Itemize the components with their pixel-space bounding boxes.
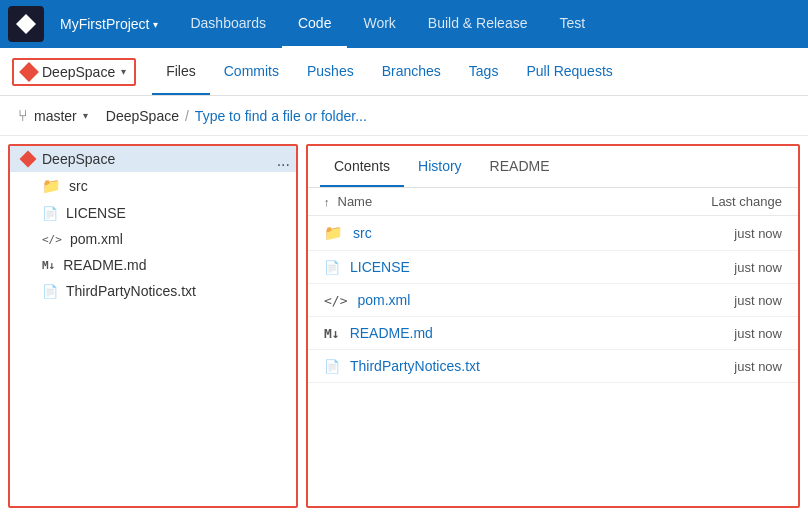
folder-icon: 📁 (42, 177, 61, 195)
second-nav-commits[interactable]: Commits (210, 48, 293, 95)
breadcrumb-separator: / (185, 108, 189, 124)
branch-bar: ⑂ master ▾ DeepSpace / Type to find a fi… (0, 96, 808, 136)
md-icon: M↓ (324, 326, 340, 341)
col-change-label: Last change (662, 194, 782, 209)
breadcrumb-repo[interactable]: DeepSpace (106, 108, 179, 124)
top-nav-items: Dashboards Code Work Build & Release Tes… (174, 0, 601, 48)
repo-selector[interactable]: DeepSpace ▾ (12, 58, 136, 86)
nav-item-test[interactable]: Test (543, 0, 601, 48)
content-tabs: Contents History README (308, 146, 798, 188)
file-row-change: just now (662, 226, 782, 241)
app-logo (8, 6, 44, 42)
tree-item-label: pom.xml (70, 231, 123, 247)
tab-history[interactable]: History (404, 146, 476, 187)
file-row-name: README.md (350, 325, 652, 341)
file-row[interactable]: 📁 src just now (308, 216, 798, 251)
repo-name: DeepSpace (42, 64, 115, 80)
left-file-tree-panel: DeepSpace 📁 src 📄 LICENSE </> pom.xml M↓… (8, 144, 298, 508)
file-row-name: src (353, 225, 652, 241)
md-icon: M↓ (42, 259, 55, 272)
file-icon: 📄 (42, 284, 58, 299)
file-row-name: LICENSE (350, 259, 652, 275)
top-navbar: MyFirstProject ▾ Dashboards Code Work Bu… (0, 0, 808, 48)
xml-icon: </> (42, 233, 62, 246)
xml-icon: </> (324, 293, 347, 308)
tree-item-label: src (69, 178, 88, 194)
file-row[interactable]: </> pom.xml just now (308, 284, 798, 317)
branch-name: master (34, 108, 77, 124)
logo-diamond (16, 14, 36, 34)
second-nav-tags[interactable]: Tags (455, 48, 513, 95)
tree-item-label: ThirdPartyNotices.txt (66, 283, 196, 299)
tree-options-button[interactable]: ··· (273, 154, 294, 176)
breadcrumb-search[interactable]: Type to find a file or folder... (195, 108, 367, 124)
file-icon: 📄 (324, 359, 340, 374)
tree-item-src[interactable]: 📁 src (10, 172, 296, 200)
folder-icon: 📁 (324, 224, 343, 242)
nav-item-dashboards[interactable]: Dashboards (174, 0, 282, 48)
tree-item-license[interactable]: 📄 LICENSE (10, 200, 296, 226)
tree-item-thirdparty[interactable]: 📄 ThirdPartyNotices.txt (10, 278, 296, 304)
tab-contents[interactable]: Contents (320, 146, 404, 187)
project-chevron-icon: ▾ (153, 19, 158, 30)
nav-item-code[interactable]: Code (282, 0, 347, 48)
tree-item-pom[interactable]: </> pom.xml (10, 226, 296, 252)
second-nav-pushes[interactable]: Pushes (293, 48, 368, 95)
file-table-header: ↑ Name Last change (308, 188, 798, 216)
file-row-name: ThirdPartyNotices.txt (350, 358, 652, 374)
file-row-change: just now (662, 293, 782, 308)
second-nav-items: Files Commits Pushes Branches Tags Pull … (152, 48, 627, 95)
file-row[interactable]: 📄 LICENSE just now (308, 251, 798, 284)
project-name: MyFirstProject (60, 16, 149, 32)
col-name-label: Name (338, 194, 655, 209)
tree-root-name: DeepSpace (42, 151, 115, 167)
tree-item-root[interactable]: DeepSpace (10, 146, 296, 172)
project-selector[interactable]: MyFirstProject ▾ (52, 12, 166, 36)
right-file-list-panel: Contents History README ↑ Name Last chan… (306, 144, 800, 508)
nav-item-build-release[interactable]: Build & Release (412, 0, 544, 48)
second-navbar: DeepSpace ▾ Files Commits Pushes Branche… (0, 48, 808, 96)
tree-item-label: README.md (63, 257, 146, 273)
breadcrumb: DeepSpace / Type to find a file or folde… (106, 108, 367, 124)
tab-readme[interactable]: README (476, 146, 564, 187)
file-row[interactable]: 📄 ThirdPartyNotices.txt just now (308, 350, 798, 383)
tree-item-readme[interactable]: M↓ README.md (10, 252, 296, 278)
tree-item-label: LICENSE (66, 205, 126, 221)
main-content: DeepSpace 📁 src 📄 LICENSE </> pom.xml M↓… (0, 136, 808, 516)
second-nav-pull-requests[interactable]: Pull Requests (512, 48, 626, 95)
sort-icon[interactable]: ↑ (324, 196, 330, 208)
collapse-panel-button[interactable]: ‹ (296, 306, 298, 346)
file-table: ↑ Name Last change 📁 src just now 📄 LICE… (308, 188, 798, 506)
file-row-change: just now (662, 359, 782, 374)
nav-item-work[interactable]: Work (347, 0, 411, 48)
file-icon: 📄 (324, 260, 340, 275)
repo-diamond-icon (19, 62, 39, 82)
repo-chevron-icon: ▾ (121, 66, 126, 77)
branch-chevron-icon: ▾ (83, 110, 88, 121)
root-diamond-icon (20, 151, 37, 168)
file-row-change: just now (662, 326, 782, 341)
file-icon: 📄 (42, 206, 58, 221)
file-row-name: pom.xml (357, 292, 652, 308)
second-nav-files[interactable]: Files (152, 48, 210, 95)
file-row-change: just now (662, 260, 782, 275)
branch-selector[interactable]: ⑂ master ▾ (12, 105, 94, 127)
branch-icon: ⑂ (18, 107, 28, 125)
file-row[interactable]: M↓ README.md just now (308, 317, 798, 350)
second-nav-branches[interactable]: Branches (368, 48, 455, 95)
